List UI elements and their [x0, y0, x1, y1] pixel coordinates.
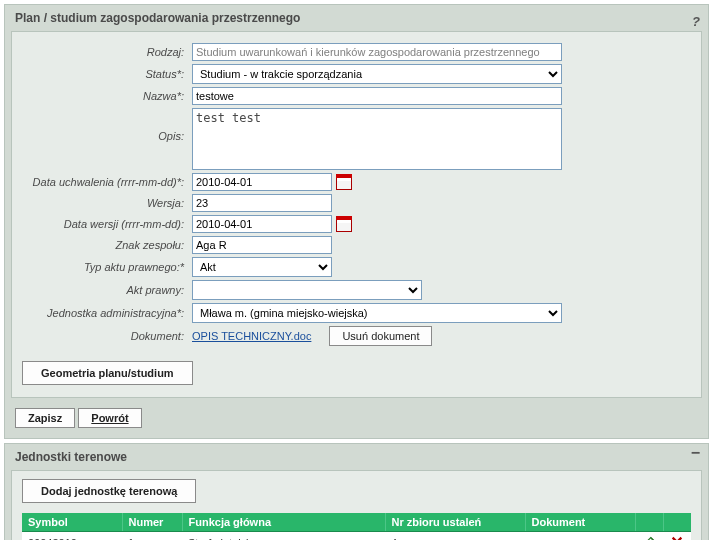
label-jednostka-adm: Jednostka administracyjna*:	[22, 307, 192, 319]
add-unit-button[interactable]: Dodaj jednostkę terenową	[22, 479, 196, 503]
label-akt-prawny: Akt prawny:	[22, 284, 192, 296]
th-symbol[interactable]: Symbol	[22, 513, 122, 532]
calendar-icon[interactable]	[336, 216, 352, 232]
field-typ-aktu[interactable]: Akt	[192, 257, 332, 277]
field-data-uchwalenia[interactable]	[192, 173, 332, 191]
cell-nr-zbioru: 4	[385, 532, 525, 541]
field-rodzaj	[192, 43, 562, 61]
cell-dokument	[525, 532, 635, 541]
plan-panel: Plan / studium zagospodarowania przestrz…	[4, 4, 709, 439]
th-funkcja[interactable]: Funkcja główna	[182, 513, 385, 532]
label-wersja: Wersja:	[22, 197, 192, 209]
cell-symbol: 06042010	[22, 532, 122, 541]
field-jednostka-adm[interactable]: Mława m. (gmina miejsko-wiejska)	[192, 303, 562, 323]
units-table: Symbol Numer Funkcja główna Nr zbioru us…	[22, 513, 691, 540]
table-row: 06042010 1 Strefa letniskowa 4	[22, 532, 691, 541]
th-nr-zbioru[interactable]: Nr zbioru ustaleń	[385, 513, 525, 532]
panel2-title-bar: Jednostki terenowe −	[5, 444, 708, 470]
field-data-wersji[interactable]	[192, 215, 332, 233]
form-body: Rodzaj: Status*: Studium - w trakcie spo…	[11, 31, 702, 398]
label-nazwa: Nazwa*:	[22, 90, 192, 102]
cell-numer: 1	[122, 532, 182, 541]
panel-title-bar: Plan / studium zagospodarowania przestrz…	[5, 5, 708, 31]
panel2-title: Jednostki terenowe	[15, 450, 127, 464]
label-typ-aktu: Typ aktu prawnego:*	[22, 261, 192, 273]
th-dokument[interactable]: Dokument	[525, 513, 635, 532]
field-nazwa[interactable]	[192, 87, 562, 105]
label-data-uchwalenia: Data uchwalenia (rrrr-mm-dd)*:	[22, 176, 192, 188]
units-panel: Jednostki terenowe − Dodaj jednostkę ter…	[4, 443, 709, 540]
field-akt-prawny[interactable]	[192, 280, 422, 300]
field-znak-zespolu[interactable]	[192, 236, 332, 254]
label-data-wersji: Data wersji (rrrr-mm-dd):	[22, 218, 192, 230]
th-edit	[635, 513, 663, 532]
field-wersja[interactable]	[192, 194, 332, 212]
th-numer[interactable]: Numer	[122, 513, 182, 532]
calendar-icon[interactable]	[336, 174, 352, 190]
delete-document-button[interactable]: Usuń dokument	[329, 326, 432, 346]
label-znak-zespolu: Znak zespołu:	[22, 239, 192, 251]
back-button[interactable]: Powrót	[78, 408, 141, 428]
cell-funkcja: Strefa letniskowa	[182, 532, 385, 541]
label-opis: Opis:	[22, 108, 192, 142]
units-body: Dodaj jednostkę terenową Symbol Numer Fu…	[11, 470, 702, 540]
document-link[interactable]: OPIS TECHNICZNY.doc	[192, 330, 311, 342]
field-status[interactable]: Studium - w trakcie sporządzania	[192, 64, 562, 84]
label-status: Status*:	[22, 68, 192, 80]
collapse-icon[interactable]: −	[691, 448, 700, 458]
panel-title: Plan / studium zagospodarowania przestrz…	[15, 11, 300, 25]
label-dokument: Dokument:	[22, 330, 192, 342]
save-button[interactable]: Zapisz	[15, 408, 75, 428]
field-opis[interactable]	[192, 108, 562, 170]
help-icon[interactable]: ?	[692, 14, 700, 29]
label-rodzaj: Rodzaj:	[22, 46, 192, 58]
th-delete	[663, 513, 691, 532]
geometry-button[interactable]: Geometria planu/studium	[22, 361, 193, 385]
